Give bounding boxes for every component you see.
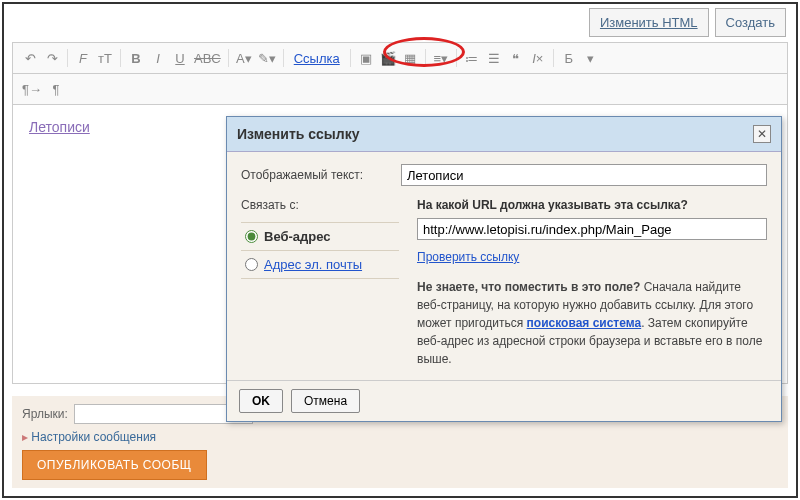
radio-web-input[interactable] [245,230,258,243]
bullet-list-icon[interactable]: ☰ [483,47,505,69]
dialog-titlebar[interactable]: Изменить ссылку ✕ [227,117,781,152]
display-text-input[interactable] [401,164,767,186]
radio-email-address[interactable]: Адрес эл. почты [241,251,399,279]
link-button[interactable]: Ссылка [288,51,346,66]
display-text-label: Отображаемый текст: [241,168,401,182]
url-question-label: На какой URL должна указывать эта ссылка… [417,198,767,212]
radio-web-label: Веб-адрес [264,229,331,244]
editor-toolbar-row2: ¶→ ¶ [12,74,788,105]
help-bold: Не знаете, что поместить в это поле? [417,280,640,294]
top-button-bar: Изменить HTML Создать [589,8,786,37]
ok-button[interactable]: OK [239,389,283,413]
image-icon[interactable]: ▣ [355,47,377,69]
video-icon[interactable]: 🎬 [377,47,399,69]
underline-icon[interactable]: U [169,47,191,69]
ltr-icon[interactable]: ¶→ [19,78,45,100]
link-with-label: Связать с: [241,198,399,212]
numbered-list-icon[interactable]: ≔ [461,47,483,69]
insert-icon[interactable]: ▦ [399,47,421,69]
create-button[interactable]: Создать [715,8,786,37]
redo-icon[interactable]: ↷ [41,47,63,69]
template-icon[interactable]: Б [558,47,580,69]
edit-link-dialog: Изменить ссылку ✕ Отображаемый текст: Св… [226,116,782,422]
strikethrough-icon[interactable]: ABC [191,47,224,69]
radio-web-address[interactable]: Веб-адрес [241,222,399,251]
text-color-icon[interactable]: A▾ [233,47,255,69]
dialog-title: Изменить ссылку [237,126,359,142]
help-text: Не знаете, что поместить в это поле? Сна… [417,278,767,368]
dropdown-icon[interactable]: ▾ [580,47,602,69]
close-icon[interactable]: ✕ [753,125,771,143]
edit-html-button[interactable]: Изменить HTML [589,8,709,37]
post-settings-link[interactable]: Настройки сообщения [22,430,156,444]
undo-icon[interactable]: ↶ [19,47,41,69]
pilcrow-icon[interactable]: ¶ [45,78,67,100]
dialog-footer: OK Отмена [227,380,781,421]
labels-label: Ярлыки: [22,407,68,421]
content-hyperlink[interactable]: Летописи [29,119,90,135]
radio-email-input[interactable] [245,258,258,271]
clear-format-icon[interactable]: I× [527,47,549,69]
cancel-button[interactable]: Отмена [291,389,360,413]
align-icon[interactable]: ≡▾ [430,47,452,69]
quote-icon[interactable]: ❝ [505,47,527,69]
font-icon[interactable]: F [72,47,94,69]
check-link[interactable]: Проверить ссылку [417,250,519,264]
radio-email-label: Адрес эл. почты [264,257,362,272]
bold-icon[interactable]: B [125,47,147,69]
italic-icon[interactable]: I [147,47,169,69]
search-system-link[interactable]: поисковая система [527,316,642,330]
publish-button[interactable]: ОПУБЛИКОВАТЬ СООБЩ [22,450,207,480]
url-input[interactable] [417,218,767,240]
highlight-icon[interactable]: ✎▾ [255,47,279,69]
text-size-icon[interactable]: тT [94,47,116,69]
editor-toolbar: ↶ ↷ F тT B I U ABC A▾ ✎▾ Ссылка ▣ 🎬 ▦ ≡▾… [12,42,788,74]
